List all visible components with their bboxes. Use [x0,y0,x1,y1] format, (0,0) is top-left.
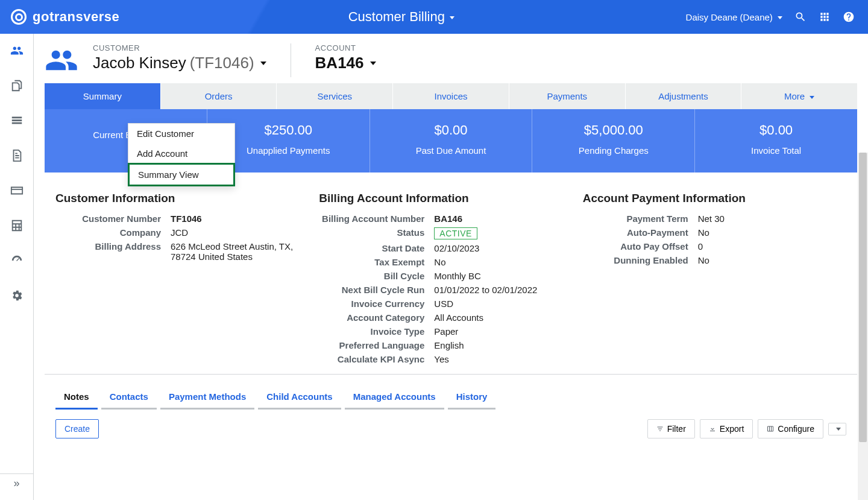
page-header: CUSTOMER Jacob Kinsey (TF1046) ACCOUNT B… [34,43,868,83]
caret-down-icon [260,62,266,65]
metric-value: $5,000.00 [532,122,694,138]
metric-label: Past Due Amount [370,145,532,156]
tab-orders[interactable]: Orders [161,83,277,109]
customer-label: CUSTOMER [93,43,266,52]
filter-label: Filter [667,424,686,434]
sidebar-calculator-icon[interactable] [10,218,24,233]
metric-invoice-total: $0.00 Invoice Total [695,109,857,172]
field-label: Tax Exempt [319,257,424,267]
sidebar-settings-icon[interactable] [10,288,24,303]
section-title: Billing Account Information [319,192,582,205]
more-actions-button[interactable] [828,423,846,435]
top-bar: gotransverse Customer Billing Daisy Dean… [0,0,868,34]
tab-summary[interactable]: Summary [45,83,161,109]
field-value: TF1046 [171,214,319,224]
field-value: All Accounts [434,312,582,323]
customer-icon [45,43,78,77]
menu-summary-view[interactable]: Summary View [128,163,235,186]
field-value: Net 30 [698,214,846,224]
field-label: Calculate KPI Async [319,354,424,364]
filter-button[interactable]: Filter [647,419,695,438]
export-button[interactable]: Export [700,419,753,438]
tab-payments[interactable]: Payments [509,83,626,109]
user-name: Daisy Deane (Deane) [686,12,773,22]
subtab-payment-methods[interactable]: Payment Methods [160,391,254,410]
subtab-contacts[interactable]: Contacts [101,391,157,410]
field-value: 02/10/2023 [434,243,582,253]
field-value: USD [434,299,582,309]
sidebar-expand[interactable]: » [0,473,34,493]
field-label: Start Date [319,243,424,253]
export-label: Export [720,424,744,434]
sidebar-stack-icon[interactable] [10,113,24,128]
metric-value: $0.00 [695,122,857,138]
metric-label: Pending Charges [532,145,694,156]
tab-services[interactable]: Services [277,83,393,109]
billing-account-information: Billing Account Information Billing Acco… [319,192,582,364]
layout: » CUSTOMER Jacob Kinsey (TF1046) [0,34,868,500]
sub-tabs: Notes Contacts Payment Methods Child Acc… [45,375,857,410]
metric-pending-charges: $5,000.00 Pending Charges [532,109,695,172]
field-label: Auto-Payment [583,227,688,238]
field-value: 01/01/2022 to 02/01/2022 [434,285,582,295]
download-icon [709,425,716,432]
field-value: ACTIVE [434,227,582,239]
sidebar-customers-icon[interactable] [10,43,24,58]
subtab-child-accounts[interactable]: Child Accounts [258,391,341,410]
help-icon[interactable] [843,11,855,23]
customer-switcher[interactable]: Jacob Kinsey (TF1046) [93,54,266,72]
search-icon[interactable] [794,11,807,23]
field-label: Customer Number [55,214,161,224]
subtab-history[interactable]: History [448,391,496,410]
account-block: ACCOUNT BA146 [315,43,376,72]
field-value: 0 [698,241,846,252]
scrollbar-thumb[interactable] [859,153,867,442]
brand-text: gotransverse [33,9,119,25]
account-switcher[interactable]: BA146 [315,54,376,72]
user-menu[interactable]: Daisy Deane (Deane) [686,12,782,22]
scrollbar-track[interactable] [858,153,868,500]
caret-down-icon [370,62,376,65]
field-value: 626 McLeod Street Austin, TX, 78724 Unit… [171,241,319,262]
section-title: Account Payment Information [583,192,846,205]
sidebar-document-icon[interactable] [10,148,24,163]
main-tabs: Summary Orders Services Invoices Payment… [45,83,857,109]
field-value: No [698,227,846,238]
subtab-notes[interactable]: Notes [55,391,98,410]
header-separator [291,43,291,77]
account-label: ACCOUNT [315,43,376,52]
brand[interactable]: gotransverse [0,9,130,25]
metric-value: $0.00 [370,122,532,138]
sidebar-card-icon[interactable] [10,183,24,198]
caret-down-icon [810,96,814,99]
notes-toolbar: Create Filter Export Configure [45,410,857,438]
field-label: Next Bill Cycle Run [319,285,424,295]
field-label: Bill Cycle [319,271,424,281]
field-value: BA146 [434,214,582,224]
field-label: Invoice Type [319,326,424,337]
sidebar-dashboard-icon[interactable] [10,253,24,268]
customer-dropdown: Edit Customer Add Account Summary View [128,123,235,186]
sidebar-copy-icon[interactable] [10,78,24,93]
status-badge: ACTIVE [434,227,477,239]
caret-down-icon [836,428,841,431]
field-value: English [434,340,582,350]
configure-button[interactable]: Configure [758,419,823,438]
metric-label: Invoice Total [695,145,857,156]
menu-edit-customer[interactable]: Edit Customer [128,124,234,144]
field-label: Billing Address [55,241,161,262]
tab-adjustments[interactable]: Adjustments [626,83,742,109]
field-label: Dunning Enabled [583,255,688,265]
customer-number: (TF1046) [190,54,254,72]
apps-icon[interactable] [819,11,831,23]
filter-icon [656,425,664,432]
create-button[interactable]: Create [55,419,99,438]
subtab-managed-accounts[interactable]: Managed Accounts [345,391,444,410]
menu-add-account[interactable]: Add Account [128,144,234,163]
field-value: Monthly BC [434,271,582,281]
tab-more[interactable]: More [741,83,857,109]
module-switcher[interactable]: Customer Billing [130,9,672,25]
top-right: Daisy Deane (Deane) [673,11,868,23]
tab-invoices[interactable]: Invoices [393,83,509,109]
main-content: CUSTOMER Jacob Kinsey (TF1046) ACCOUNT B… [34,34,868,500]
